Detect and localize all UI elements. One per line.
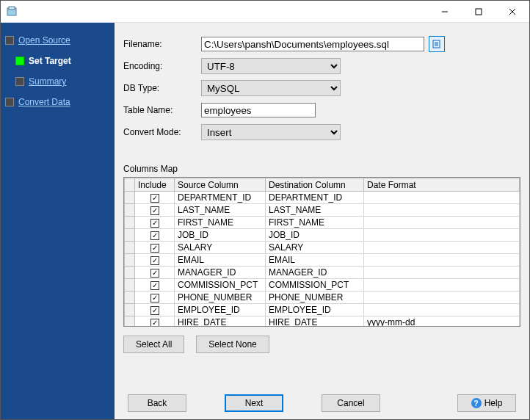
include-cell[interactable]: ✓: [135, 316, 175, 327]
row-header[interactable]: [125, 254, 135, 267]
checkbox-icon[interactable]: ✓: [150, 319, 159, 327]
include-cell[interactable]: ✓: [135, 267, 175, 279]
source-cell[interactable]: HIRE_DATE: [175, 316, 266, 327]
close-button[interactable]: [495, 1, 529, 23]
dest-cell[interactable]: SALARY: [266, 242, 364, 254]
dateformat-cell[interactable]: [364, 192, 520, 204]
filename-input[interactable]: [201, 37, 424, 51]
dateformat-cell[interactable]: [364, 229, 520, 242]
dest-cell[interactable]: JOB_ID: [266, 229, 364, 242]
include-cell[interactable]: ✓: [135, 217, 175, 229]
table-row[interactable]: ✓EMAILEMAIL: [125, 254, 520, 267]
table-row[interactable]: ✓FIRST_NAMEFIRST_NAME: [125, 217, 520, 229]
include-cell[interactable]: ✓: [135, 204, 175, 217]
source-cell[interactable]: MANAGER_ID: [175, 267, 266, 279]
checkbox-icon[interactable]: ✓: [150, 256, 159, 265]
table-row[interactable]: ✓HIRE_DATEHIRE_DATEyyyy-mm-dd: [125, 316, 520, 327]
dest-cell[interactable]: PHONE_NUMBER: [266, 292, 364, 304]
dateformat-cell[interactable]: [364, 217, 520, 229]
step-convert-data[interactable]: Convert Data: [5, 92, 110, 112]
row-header[interactable]: [125, 192, 135, 204]
maximize-button[interactable]: [462, 1, 495, 23]
dest-cell[interactable]: MANAGER_ID: [266, 267, 364, 279]
source-cell[interactable]: EMAIL: [175, 254, 266, 267]
source-cell[interactable]: DEPARTMENT_ID: [175, 192, 266, 204]
table-row[interactable]: ✓COMMISSION_PCTCOMMISSION_PCT: [125, 279, 520, 292]
dateformat-cell[interactable]: [364, 267, 520, 279]
checkbox-icon[interactable]: ✓: [150, 294, 159, 303]
col-header-dest[interactable]: Destination Column: [266, 178, 364, 192]
dateformat-cell[interactable]: [364, 254, 520, 267]
dateformat-cell[interactable]: [364, 279, 520, 292]
source-cell[interactable]: SALARY: [175, 242, 266, 254]
dest-cell[interactable]: EMPLOYEE_ID: [266, 304, 364, 316]
table-row[interactable]: ✓LAST_NAMELAST_NAME: [125, 204, 520, 217]
row-header[interactable]: [125, 242, 135, 254]
dest-cell[interactable]: COMMISSION_PCT: [266, 279, 364, 292]
dest-cell[interactable]: HIRE_DATE: [266, 316, 364, 327]
step-set-target[interactable]: Set Target: [15, 51, 110, 71]
dest-cell[interactable]: FIRST_NAME: [266, 217, 364, 229]
checkbox-icon[interactable]: ✓: [150, 281, 159, 290]
col-header-include[interactable]: Include: [135, 178, 175, 192]
row-header[interactable]: [125, 204, 135, 217]
row-header[interactable]: [125, 217, 135, 229]
checkbox-icon[interactable]: ✓: [150, 244, 159, 253]
dateformat-cell[interactable]: [364, 204, 520, 217]
table-row[interactable]: ✓EMPLOYEE_IDEMPLOYEE_ID: [125, 304, 520, 316]
dest-cell[interactable]: DEPARTMENT_ID: [266, 192, 364, 204]
include-cell[interactable]: ✓: [135, 192, 175, 204]
dateformat-cell[interactable]: [364, 304, 520, 316]
row-header[interactable]: [125, 316, 135, 327]
checkbox-icon[interactable]: ✓: [150, 206, 159, 215]
source-cell[interactable]: COMMISSION_PCT: [175, 279, 266, 292]
include-cell[interactable]: ✓: [135, 229, 175, 242]
row-header[interactable]: [125, 267, 135, 279]
include-cell[interactable]: ✓: [135, 242, 175, 254]
browse-button[interactable]: [429, 36, 445, 52]
step-summary[interactable]: Summary: [15, 71, 110, 92]
table-row[interactable]: ✓JOB_IDJOB_ID: [125, 229, 520, 242]
dest-cell[interactable]: EMAIL: [266, 254, 364, 267]
col-header-dateformat[interactable]: Date Format: [364, 178, 520, 192]
dateformat-cell[interactable]: [364, 292, 520, 304]
table-row[interactable]: ✓MANAGER_IDMANAGER_ID: [125, 267, 520, 279]
dest-cell[interactable]: LAST_NAME: [266, 204, 364, 217]
help-button[interactable]: ? Help: [457, 394, 516, 412]
row-header[interactable]: [125, 304, 135, 316]
row-header[interactable]: [125, 292, 135, 304]
include-cell[interactable]: ✓: [135, 304, 175, 316]
encoding-select[interactable]: UTF-8: [201, 58, 341, 74]
back-button[interactable]: Back: [128, 394, 186, 412]
source-cell[interactable]: EMPLOYEE_ID: [175, 304, 266, 316]
titlebar[interactable]: [1, 1, 529, 23]
source-cell[interactable]: PHONE_NUMBER: [175, 292, 266, 304]
col-header-source[interactable]: Source Column: [175, 178, 266, 192]
checkbox-icon[interactable]: ✓: [150, 306, 159, 315]
include-cell[interactable]: ✓: [135, 254, 175, 267]
tablename-input[interactable]: [201, 103, 316, 117]
source-cell[interactable]: FIRST_NAME: [175, 217, 266, 229]
step-open-source[interactable]: Open Source: [5, 30, 110, 51]
include-cell[interactable]: ✓: [135, 292, 175, 304]
table-row[interactable]: ✓PHONE_NUMBERPHONE_NUMBER: [125, 292, 520, 304]
dateformat-cell[interactable]: yyyy-mm-dd: [364, 316, 520, 327]
source-cell[interactable]: LAST_NAME: [175, 204, 266, 217]
row-header[interactable]: [125, 229, 135, 242]
dateformat-cell[interactable]: [364, 242, 520, 254]
next-button[interactable]: Next: [225, 394, 283, 412]
checkbox-icon[interactable]: ✓: [150, 231, 159, 240]
table-row[interactable]: ✓DEPARTMENT_IDDEPARTMENT_ID: [125, 192, 520, 204]
minimize-button[interactable]: [428, 1, 462, 23]
table-row[interactable]: ✓SALARYSALARY: [125, 242, 520, 254]
dbtype-select[interactable]: MySQL: [201, 80, 341, 96]
select-none-button[interactable]: Select None: [196, 336, 269, 353]
row-header[interactable]: [125, 279, 135, 292]
cancel-button[interactable]: Cancel: [322, 394, 380, 412]
checkbox-icon[interactable]: ✓: [150, 219, 159, 228]
checkbox-icon[interactable]: ✓: [150, 194, 159, 203]
select-all-button[interactable]: Select All: [123, 336, 184, 353]
columns-map-grid[interactable]: Include Source Column Destination Column…: [123, 177, 520, 327]
include-cell[interactable]: ✓: [135, 279, 175, 292]
source-cell[interactable]: JOB_ID: [175, 229, 266, 242]
